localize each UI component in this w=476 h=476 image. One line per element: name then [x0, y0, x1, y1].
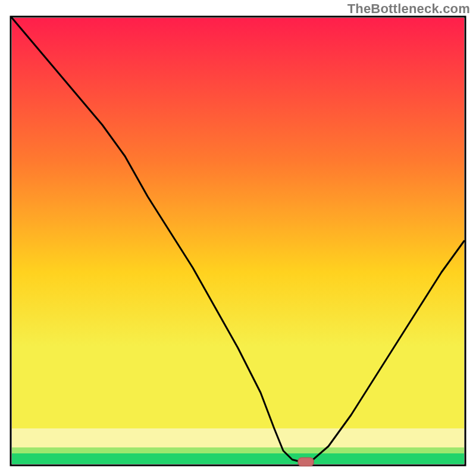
band-light-green [12, 447, 464, 453]
optimum-marker [298, 458, 314, 466]
bottleneck-chart [0, 0, 476, 476]
band-pale-yellow [12, 428, 464, 447]
gradient-background [12, 18, 464, 428]
band-green [12, 453, 464, 464]
